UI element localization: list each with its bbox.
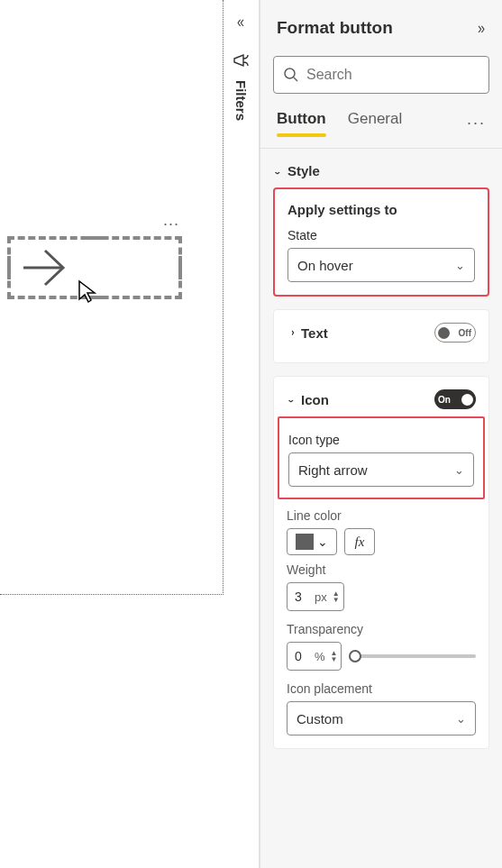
transparency-unit: % xyxy=(315,650,325,663)
filters-label: Filters xyxy=(233,80,249,121)
slider-thumb[interactable] xyxy=(349,650,361,662)
fx-button[interactable]: fx xyxy=(344,528,375,555)
text-section-header[interactable]: ⌄ Text xyxy=(287,325,328,341)
format-search[interactable] xyxy=(273,56,489,94)
icon-placement-label: Icon placement xyxy=(287,681,476,696)
stepper-arrows-icon[interactable]: ▲▼ xyxy=(333,590,340,603)
tabs-more[interactable]: ··· xyxy=(467,114,486,132)
toggle-off-label: Off xyxy=(459,328,471,338)
icon-type-value: Right arrow xyxy=(298,462,368,478)
icon-placement-value: Custom xyxy=(297,711,343,726)
icon-type-label: Icon type xyxy=(288,433,474,447)
toggle-on-label: On xyxy=(438,395,451,405)
icon-type-dropdown[interactable]: Right arrow ⌄ xyxy=(288,452,474,487)
resize-handle-top[interactable] xyxy=(83,236,106,240)
format-pane: Format button » Button General ··· ⌄ Sty… xyxy=(260,0,502,868)
button-visual-selected[interactable] xyxy=(7,236,182,299)
line-color-swatch[interactable]: ⌄ xyxy=(287,528,337,555)
icon-placement-dropdown[interactable]: Custom ⌄ xyxy=(287,701,476,736)
tab-button[interactable]: Button xyxy=(277,110,326,135)
search-icon xyxy=(283,67,299,83)
line-color-label: Line color xyxy=(287,508,476,523)
state-dropdown[interactable]: On hover ⌄ xyxy=(288,248,475,282)
state-dropdown-value: On hover xyxy=(297,258,353,273)
chevron-right-icon: ⌄ xyxy=(287,328,296,337)
report-canvas[interactable]: ··· xyxy=(0,0,224,595)
resize-handle-bottom[interactable] xyxy=(83,296,106,299)
icon-card: ⌄ Icon On Icon type Right arrow ⌄ Line c… xyxy=(273,376,489,749)
collapse-left-icon[interactable]: « xyxy=(237,13,244,32)
icon-toggle[interactable]: On xyxy=(434,389,476,409)
weight-spinner[interactable]: 3 px ▲▼ xyxy=(287,582,344,611)
visual-options-ellipsis[interactable]: ··· xyxy=(163,215,179,233)
color-chip xyxy=(296,534,314,550)
chevron-down-icon: ⌄ xyxy=(455,259,465,272)
filters-pane-collapsed[interactable]: « Filters xyxy=(224,0,260,868)
search-input[interactable] xyxy=(306,67,479,83)
stepper-arrows-icon[interactable]: ▲▼ xyxy=(331,650,338,662)
style-section-header[interactable]: ⌄ Style xyxy=(273,163,489,178)
apply-settings-title: Apply settings to xyxy=(288,202,475,217)
icon-label: Icon xyxy=(301,392,329,407)
icon-type-highlight: Icon type Right arrow ⌄ xyxy=(278,416,485,499)
text-label: Text xyxy=(301,325,328,341)
style-label: Style xyxy=(288,163,320,178)
chevron-down-icon: ⌄ xyxy=(317,535,328,549)
transparency-label: Transparency xyxy=(287,622,476,636)
weight-label: Weight xyxy=(287,562,476,577)
divider xyxy=(260,148,502,149)
weight-value: 3 xyxy=(295,589,311,604)
svg-point-2 xyxy=(285,69,295,78)
chevron-down-icon: ⌄ xyxy=(456,712,466,726)
icon-section-header[interactable]: ⌄ Icon xyxy=(287,392,329,407)
state-label: State xyxy=(288,228,475,242)
weight-unit: px xyxy=(315,590,327,604)
transparency-slider[interactable] xyxy=(351,654,476,658)
resize-handle-right[interactable] xyxy=(178,256,182,279)
expand-right-icon[interactable]: » xyxy=(478,19,485,38)
format-pane-title: Format button xyxy=(277,18,393,38)
transparency-spinner[interactable]: 0 % ▲▼ xyxy=(287,642,342,671)
transparency-value: 0 xyxy=(295,649,311,663)
text-card: ⌄ Text Off xyxy=(273,309,489,363)
filter-icon xyxy=(233,51,251,69)
chevron-down-icon: ⌄ xyxy=(287,395,296,404)
text-toggle[interactable]: Off xyxy=(434,323,476,343)
chevron-down-icon: ⌄ xyxy=(273,167,282,176)
svg-line-3 xyxy=(294,78,297,81)
right-arrow-icon xyxy=(18,243,72,292)
apply-settings-card: Apply settings to State On hover ⌄ xyxy=(273,187,489,297)
resize-handle-left[interactable] xyxy=(7,256,11,279)
tab-general[interactable]: General xyxy=(348,110,402,135)
chevron-down-icon: ⌄ xyxy=(454,463,464,477)
